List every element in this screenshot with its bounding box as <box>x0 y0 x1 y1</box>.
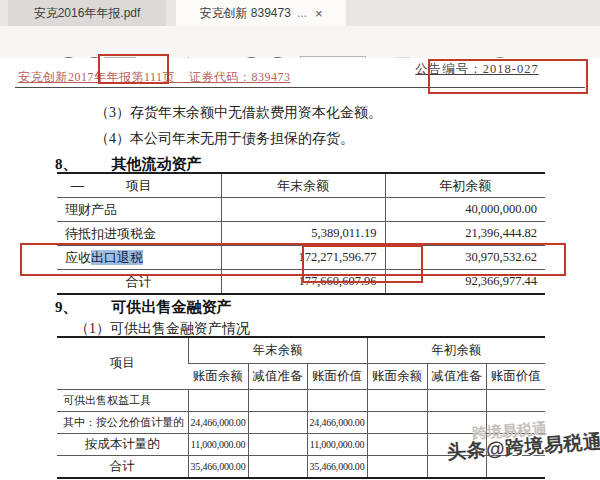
cell-value <box>307 390 367 412</box>
header-book-balance: 账面余额 <box>188 364 248 390</box>
cell-year-end <box>221 198 385 222</box>
cell-value: 24,466,000.00 <box>188 412 248 434</box>
toolbar: ↑ ↓ /147 − + 100% ▾ <box>0 26 600 59</box>
cell-value <box>248 390 307 412</box>
paragraph-3: （3）存货年末余额中无借款费用资本化金额。 <box>95 104 382 122</box>
cell-value <box>427 434 486 456</box>
header-book-value: 账面价值 <box>307 364 367 390</box>
cell-item: 应收出口退税 <box>57 246 221 270</box>
section-number: 8、 <box>55 156 78 172</box>
cell-item: 其中：按公允价值计量的 <box>57 412 188 434</box>
paragraph-4: （4）本公司年末无用于债务担保的存货。 <box>95 130 354 148</box>
cell-year-begin: 21,396,444.82 <box>385 222 545 246</box>
close-tab-icon[interactable]: × <box>315 6 323 21</box>
tab-label: 安克创新 839473 <box>200 5 291 22</box>
cell-value <box>486 412 545 434</box>
header-year-end: 年末余额 <box>221 173 385 198</box>
cell-year-begin: 40,000,000.00 <box>385 198 545 222</box>
cell-year-begin: 92,366,977.44 <box>385 270 545 295</box>
table-row: 待抵扣进项税金 5,389,011.19 21,396,444.82 <box>57 222 545 246</box>
cell-year-end: 172,271,596.77 <box>221 246 385 270</box>
item-prefix: 应收 <box>65 250 91 265</box>
tab-label: 安克2016年年报.pdf <box>34 5 141 22</box>
table-row: 可供出售权益工具 <box>57 390 545 412</box>
header-item: — 项目 <box>57 173 221 198</box>
cell-value: 24,466,000.00 <box>307 412 367 434</box>
cell-value <box>486 434 545 456</box>
report-header-left: 安克创新2017年年报第111页 证券代码：839473 <box>18 69 291 86</box>
tab-label-ellipsis: ... <box>297 6 307 20</box>
cell-year-end: 177,660,607.96 <box>221 270 385 295</box>
cell-value <box>486 390 545 412</box>
tab-document-2[interactable]: 安克创新 839473 ... × <box>176 0 346 26</box>
section-9-heading: 9、可供出售金融资产 <box>55 298 232 317</box>
header-book-value: 账面价值 <box>486 364 545 390</box>
header-impairment: 减值准备 <box>427 364 486 390</box>
cell-item: 理财产品 <box>57 198 221 222</box>
cell-value <box>367 456 427 479</box>
header-book-balance: 账面余额 <box>367 364 427 390</box>
selected-text: 出口退税 <box>91 250 143 265</box>
section-title: 其他流动资产 <box>112 156 202 172</box>
cell-value: 35,466,000.00 <box>188 456 248 479</box>
afs-financial-assets-table: 项目 年末余额 年初余额 账面余额 减值准备 账面价值 账面余额 减值准备 账面… <box>57 336 545 479</box>
cell-value <box>367 390 427 412</box>
cell-value <box>248 412 307 434</box>
header-rule <box>15 87 585 88</box>
table-row-export-tax-rebate: 应收出口退税 172,271,596.77 30,970,532.62 <box>57 246 545 270</box>
cell-item: 合计 <box>57 270 221 295</box>
table-row: 按成本计量的 11,000,000.00 11,000,000.00 <box>57 434 545 456</box>
table-row: 其中：按公允价值计量的 24,466,000.00 24,466,000.00 <box>57 412 545 434</box>
cell-value <box>486 456 545 479</box>
cell-value: 11,000,000.00 <box>307 434 367 456</box>
cell-value <box>367 412 427 434</box>
cell-value <box>427 390 486 412</box>
table-row-total: 合计 177,660,607.96 92,366,977.44 <box>57 270 545 295</box>
header-year-end-group: 年末余额 <box>188 337 367 364</box>
cell-item: 合计 <box>57 456 188 479</box>
header-dash: — <box>71 177 84 193</box>
cell-item: 可供出售权益工具 <box>57 390 188 412</box>
table-header-row: — 项目 年末余额 年初余额 <box>57 173 545 198</box>
header-impairment: 减值准备 <box>248 364 307 390</box>
table-row: 理财产品 40,000,000.00 <box>57 198 545 222</box>
other-current-assets-table: — 项目 年末余额 年初余额 理财产品 40,000,000.00 待抵扣进项税… <box>57 172 545 295</box>
tab-bar: 安克2016年年报.pdf 安克创新 839473 ... × <box>0 0 600 26</box>
cell-value <box>427 456 486 479</box>
cell-value: 11,000,000.00 <box>188 434 248 456</box>
header-year-begin: 年初余额 <box>385 173 545 198</box>
cell-item: 待抵扣进项税金 <box>57 222 221 246</box>
cell-value <box>248 434 307 456</box>
cell-value <box>367 434 427 456</box>
header-item: 项目 <box>57 337 188 390</box>
cell-year-end: 5,389,011.19 <box>221 222 385 246</box>
cell-value <box>248 456 307 479</box>
tab-document-1[interactable]: 安克2016年年报.pdf <box>8 0 166 26</box>
cell-year-begin: 30,970,532.62 <box>385 246 545 270</box>
pdf-page: 安克创新2017年年报第111页 证券代码：839473 公告编号：2018-0… <box>0 58 600 480</box>
cell-item: 按成本计量的 <box>57 434 188 456</box>
table-header-row-1: 项目 年末余额 年初余额 <box>57 337 545 364</box>
section-number: 9、 <box>55 299 78 315</box>
cell-value <box>188 390 248 412</box>
table-row-total: 合计 35,466,000.00 35,466,000.00 <box>57 456 545 479</box>
cell-value <box>427 412 486 434</box>
pdf-viewer-window: { "icons": { "close": "×", "caret": "▾",… <box>0 0 600 480</box>
announcement-number: 公告编号：2018-027 <box>370 61 584 78</box>
cell-value: 35,466,000.00 <box>307 456 367 479</box>
section-title: 可供出售金融资产 <box>112 299 232 315</box>
header-year-begin-group: 年初余额 <box>367 337 545 364</box>
